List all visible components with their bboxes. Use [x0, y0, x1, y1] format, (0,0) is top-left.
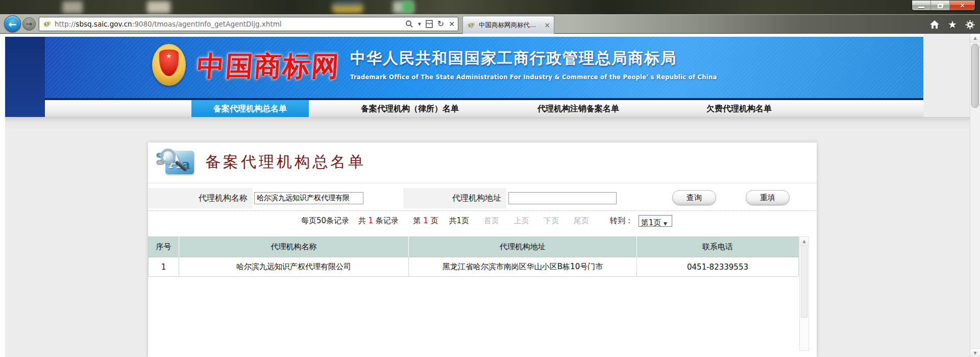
tab-title: 中国商标网商标代...: [479, 21, 541, 30]
nav-tab-deregistered-agencies[interactable]: 代理机构注销备案名单: [499, 100, 657, 117]
site-banner: ★ 中国商标网 中华人民共和国国家工商行政管理总局商标局 Trademark O…: [45, 37, 923, 98]
total-records-suffix: 条记录: [376, 213, 399, 228]
main-navigation: 备案代理机构总名单 备案代理机构（律所）名单 代理机构注销备案名单 欠费代理机构…: [45, 98, 923, 117]
cell-agency-name: 哈尔滨九远知识产权代理有限公司: [179, 257, 409, 277]
desktop-icon-blur: [402, 1, 413, 13]
home-icon[interactable]: [929, 20, 940, 29]
table-row[interactable]: 1 哈尔滨九远知识产权代理有限公司 黑龙江省哈尔滨市南岗区华山小区B栋10号门市…: [149, 257, 799, 277]
col-header-agency-address: 代理机构地址: [409, 237, 637, 257]
goto-label: 转到：: [610, 213, 633, 228]
minimize-icon: [918, 7, 924, 8]
first-page-link[interactable]: 首页: [484, 213, 499, 228]
address-bar-icons: ▼ ↻ ✕: [405, 20, 455, 28]
close-button[interactable]: ✕: [950, 1, 975, 10]
search-icon[interactable]: [405, 20, 413, 28]
current-page-suffix: 页: [431, 213, 438, 228]
banner-title-cn: 中华人民共和国国家工商行政管理总局商标局: [350, 48, 717, 69]
agency-address-label: 代理机构地址: [403, 188, 506, 208]
desktop-wallpaper: [0, 0, 980, 14]
total-pages-label: 共1页: [449, 213, 469, 228]
scroll-up-icon[interactable]: ▲: [800, 237, 808, 246]
gear-icon[interactable]: [965, 20, 975, 30]
restore-button[interactable]: [931, 1, 950, 10]
forward-button[interactable]: →: [22, 17, 36, 31]
next-page-link[interactable]: 下页: [544, 213, 559, 228]
nav-tab-registered-agencies-all[interactable]: 备案代理机构总名单: [191, 100, 309, 117]
table-header-row: 序号 代理机构名称 代理机构地址 联系电话: [149, 237, 799, 257]
minimize-button[interactable]: [912, 1, 931, 10]
col-header-phone: 联系电话: [637, 237, 799, 257]
agency-name-input[interactable]: [254, 192, 363, 204]
page-title: 备案代理机构总名单: [205, 152, 366, 173]
browser-toolbar-icons: ★: [929, 18, 975, 31]
site-logo-text: 中国商标网: [195, 48, 341, 85]
chevron-down-icon: ▼: [664, 217, 667, 231]
desktop-icon-blur: [62, 1, 83, 13]
tab-favicon: e: [467, 20, 476, 30]
last-page-link[interactable]: 尾页: [574, 213, 589, 228]
window-controls: ✕: [912, 1, 975, 11]
page-background: [923, 34, 970, 117]
browser-tab[interactable]: e 中国商标网商标代... ×: [462, 16, 554, 34]
url-text[interactable]: http://sbsq.saic.gov.cn:9080/tmoas/agent…: [55, 20, 405, 28]
favorites-star-icon[interactable]: ★: [948, 18, 957, 31]
desktop-icon-blur: [332, 1, 363, 13]
reset-button[interactable]: 重填: [746, 190, 790, 205]
restore-icon: [938, 4, 943, 8]
refresh-icon[interactable]: ↻: [437, 20, 444, 28]
current-page-prefix: 第: [413, 213, 421, 228]
list-search-icon: + - Aa: [156, 149, 197, 179]
divider: [148, 210, 817, 211]
prev-page-link[interactable]: 上页: [514, 213, 529, 228]
nav-tab-unpaid-agencies[interactable]: 欠费代理机构名单: [663, 100, 816, 117]
col-header-index: 序号: [149, 237, 179, 257]
address-bar[interactable]: e http://sbsq.saic.gov.cn:9080/tmoas/age…: [39, 17, 458, 31]
back-button[interactable]: ←: [4, 15, 21, 32]
screen: ✕ ← → e http://sbsq.saic.gov.cn:9080/tmo…: [0, 0, 980, 357]
total-records-prefix: 共: [358, 213, 366, 228]
back-icon: ←: [9, 18, 17, 30]
per-page-label: 每页50条记录: [301, 213, 349, 228]
search-dropdown-icon[interactable]: ▼: [418, 22, 421, 27]
table-scrollbar[interactable]: ▲: [799, 236, 809, 351]
magnifier-icon: [160, 149, 176, 164]
goto-page-value: 第1页: [641, 216, 662, 230]
goto-page-select[interactable]: 第1页 ▼: [639, 215, 672, 227]
agency-name-label: 代理机构名称: [148, 188, 253, 208]
cell-agency-address: 黑龙江省哈尔滨市南岗区华山小区B栋10号门市: [409, 257, 637, 277]
close-icon: ✕: [960, 2, 965, 9]
agency-table: 序号 代理机构名称 代理机构地址 联系电话 1 哈尔滨九远知识产权代理有限公司 …: [148, 236, 799, 277]
query-button[interactable]: 查询: [672, 190, 716, 205]
tab-close-icon[interactable]: ×: [544, 21, 550, 29]
scrollbar-thumb[interactable]: [801, 246, 807, 318]
divider: [148, 183, 817, 183]
cell-index: 1: [149, 257, 179, 277]
banner-left-band: [5, 37, 45, 117]
compatibility-view-icon[interactable]: [426, 20, 433, 28]
cell-phone: 0451-82339553: [637, 257, 799, 277]
scroll-down-icon[interactable]: ▼: [970, 348, 980, 357]
nav-tab-registered-agencies-lawfirm[interactable]: 备案代理机构（律所）名单: [326, 100, 494, 117]
total-records-count: 1: [368, 213, 373, 228]
browser-chrome: ← → e http://sbsq.saic.gov.cn:9080/tmoas…: [0, 14, 980, 34]
search-form: 代理机构名称 代理机构地址 查询 重填: [148, 188, 817, 208]
ie-page-icon: e: [42, 19, 52, 29]
browser-scrollbar[interactable]: ▲ ▼: [970, 34, 980, 357]
page-viewport: ★ 中国商标网 中华人民共和国国家工商行政管理总局商标局 Trademark O…: [0, 34, 980, 357]
banner-title-en: Trademark Office of The State Administra…: [350, 74, 717, 81]
content-card: + - Aa 备案代理机构总名单 代理机构名称 代理机构地址 查询 重填 每页5…: [148, 142, 817, 357]
agency-address-input[interactable]: [508, 192, 617, 204]
col-header-agency-name: 代理机构名称: [179, 237, 409, 257]
forward-icon: →: [26, 19, 33, 29]
scrollbar-thumb[interactable]: [971, 44, 979, 108]
banner-titles: 中华人民共和国国家工商行政管理总局商标局 Trademark Office of…: [350, 48, 717, 81]
desktop-icon-blur: [147, 1, 170, 13]
national-emblem-icon: ★: [151, 42, 188, 91]
scroll-up-icon[interactable]: ▲: [970, 34, 980, 42]
pagination-bar: 每页50条记录 共 1 条记录 第 1 页 共1页 首页 上页 下页 尾页 转到…: [148, 213, 817, 229]
current-page-number: 1: [423, 213, 428, 228]
stop-icon[interactable]: ✕: [449, 20, 455, 28]
